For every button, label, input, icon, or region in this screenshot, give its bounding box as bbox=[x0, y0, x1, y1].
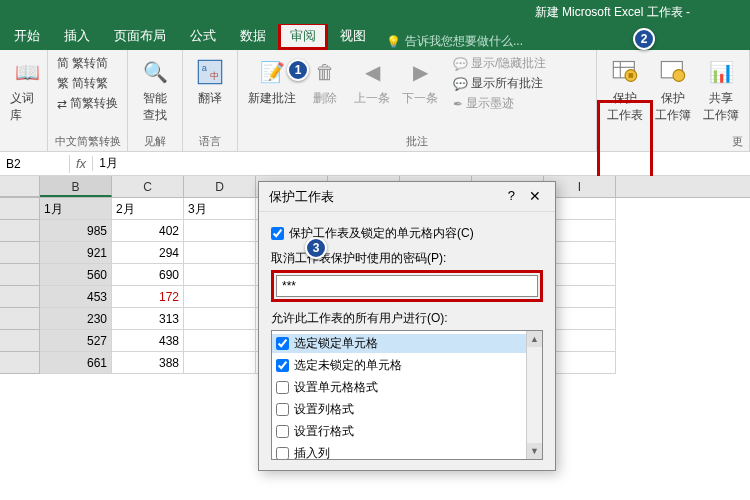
listbox-scrollbar[interactable]: ▲ ▼ bbox=[526, 331, 542, 459]
permissions-listbox[interactable]: 选定锁定单元格选定未锁定的单元格设置单元格格式设置列格式设置行格式插入列插入行插… bbox=[271, 330, 543, 460]
password-input[interactable] bbox=[276, 275, 538, 297]
row-header[interactable] bbox=[0, 352, 40, 374]
show-hide-comments-button[interactable]: 💬显示/隐藏批注 bbox=[450, 54, 549, 73]
delete-comment-button[interactable]: 🗑删除 bbox=[304, 54, 346, 132]
cell[interactable]: 3月 bbox=[184, 198, 256, 220]
svg-point-9 bbox=[673, 70, 685, 82]
tab-view[interactable]: 视图 bbox=[328, 22, 378, 50]
tab-layout[interactable]: 页面布局 bbox=[102, 22, 178, 50]
cell[interactable]: 438 bbox=[112, 330, 184, 352]
delete-icon: 🗑 bbox=[309, 56, 341, 88]
all-icon: 💬 bbox=[453, 77, 468, 91]
scroll-up-icon[interactable]: ▲ bbox=[527, 331, 542, 347]
svg-text:a: a bbox=[202, 63, 208, 73]
callout-2: 2 bbox=[633, 28, 655, 50]
row-header[interactable] bbox=[0, 220, 40, 242]
callout-1: 1 bbox=[287, 59, 309, 81]
trad-to-simp-button[interactable]: 简繁转简 bbox=[54, 54, 121, 73]
cell[interactable]: 560 bbox=[40, 264, 112, 286]
cell[interactable]: 661 bbox=[40, 352, 112, 374]
tab-insert[interactable]: 插入 bbox=[52, 22, 102, 50]
col-header-b[interactable]: B bbox=[40, 176, 112, 197]
toggle-icon: 💬 bbox=[453, 57, 468, 71]
share-workbook-button[interactable]: 📊共享 工作簿 bbox=[699, 54, 743, 132]
scroll-down-icon[interactable]: ▼ bbox=[527, 443, 542, 459]
tab-review[interactable]: 审阅 bbox=[278, 22, 328, 50]
cell[interactable]: 1月 bbox=[40, 198, 112, 220]
protect-book-icon bbox=[657, 56, 689, 88]
row-header[interactable] bbox=[0, 308, 40, 330]
show-ink-button[interactable]: ✒显示墨迹 bbox=[450, 94, 549, 113]
permission-option[interactable]: 选定锁定单元格 bbox=[272, 334, 542, 353]
prev-icon: ◀ bbox=[356, 56, 388, 88]
cell[interactable] bbox=[184, 330, 256, 352]
cell[interactable]: 985 bbox=[40, 220, 112, 242]
protect-sheet-dialog: 保护工作表 ? ✕ 保护工作表及锁定的单元格内容(C) 取消工作表保护时使用的密… bbox=[258, 181, 556, 471]
show-all-comments-button[interactable]: 💬显示所有批注 bbox=[450, 74, 549, 93]
bulb-icon: 💡 bbox=[386, 35, 401, 49]
svg-text:中: 中 bbox=[210, 71, 219, 81]
cell[interactable] bbox=[184, 308, 256, 330]
row-header[interactable] bbox=[0, 286, 40, 308]
cell[interactable]: 527 bbox=[40, 330, 112, 352]
row-header[interactable] bbox=[0, 198, 40, 220]
tab-data[interactable]: 数据 bbox=[228, 22, 278, 50]
prev-comment-button[interactable]: ◀上一条 bbox=[350, 54, 394, 132]
dialog-titlebar[interactable]: 保护工作表 ? ✕ bbox=[259, 182, 555, 212]
next-comment-button[interactable]: ▶下一条 bbox=[398, 54, 442, 132]
next-icon: ▶ bbox=[404, 56, 436, 88]
allow-label: 允许此工作表的所有用户进行(O): bbox=[271, 310, 543, 327]
app-title: 新建 Microsoft Excel 工作表 - bbox=[535, 4, 690, 21]
col-header-d[interactable]: D bbox=[184, 176, 256, 197]
close-button[interactable]: ✕ bbox=[521, 186, 549, 206]
row-header[interactable] bbox=[0, 242, 40, 264]
tab-start[interactable]: 开始 bbox=[2, 22, 52, 50]
smart-lookup-button[interactable]: 🔍智能 查找 bbox=[134, 54, 176, 132]
cell[interactable]: 230 bbox=[40, 308, 112, 330]
translate-icon: a中 bbox=[194, 56, 226, 88]
permission-option[interactable]: 插入列 bbox=[272, 444, 542, 460]
tell-me-search[interactable]: 💡 告诉我您想要做什么... bbox=[386, 33, 523, 50]
cell[interactable]: 402 bbox=[112, 220, 184, 242]
thesaurus-button[interactable]: 📖义词库 bbox=[6, 54, 48, 147]
fx-icon[interactable]: fx bbox=[70, 156, 93, 171]
protect-workbook-button[interactable]: 保护 工作簿 bbox=[651, 54, 695, 132]
cell[interactable] bbox=[184, 286, 256, 308]
group-insights: 见解 bbox=[134, 132, 176, 149]
simp-icon: 简 bbox=[57, 55, 69, 72]
cell[interactable]: 2月 bbox=[112, 198, 184, 220]
col-header-c[interactable]: C bbox=[112, 176, 184, 197]
highlight-protect-sheet bbox=[597, 100, 653, 188]
permission-option[interactable]: 设置单元格格式 bbox=[272, 378, 542, 397]
cell[interactable] bbox=[184, 352, 256, 374]
simp-to-trad-button[interactable]: 繁简转繁 bbox=[54, 74, 121, 93]
name-box[interactable]: B2 bbox=[0, 155, 70, 173]
cell[interactable]: 921 bbox=[40, 242, 112, 264]
share-icon: 📊 bbox=[705, 56, 737, 88]
tab-formula[interactable]: 公式 bbox=[178, 22, 228, 50]
cell[interactable] bbox=[184, 220, 256, 242]
search-icon: 🔍 bbox=[139, 56, 171, 88]
dialog-title: 保护工作表 bbox=[269, 188, 334, 206]
cell[interactable]: 453 bbox=[40, 286, 112, 308]
group-language: 语言 bbox=[189, 132, 231, 149]
cell[interactable] bbox=[184, 264, 256, 286]
cell[interactable]: 388 bbox=[112, 352, 184, 374]
permission-option[interactable]: 设置行格式 bbox=[272, 422, 542, 441]
cell[interactable]: 294 bbox=[112, 242, 184, 264]
cell[interactable]: 172 bbox=[112, 286, 184, 308]
select-all-corner[interactable] bbox=[0, 176, 40, 197]
permission-option[interactable]: 设置列格式 bbox=[272, 400, 542, 419]
cell[interactable]: 690 bbox=[112, 264, 184, 286]
convert-icon: ⇄ bbox=[57, 97, 67, 111]
row-header[interactable] bbox=[0, 264, 40, 286]
help-button[interactable]: ? bbox=[508, 188, 515, 203]
convert-button[interactable]: ⇄简繁转换 bbox=[54, 94, 121, 113]
row-header[interactable] bbox=[0, 330, 40, 352]
permission-option[interactable]: 选定未锁定的单元格 bbox=[272, 356, 542, 375]
translate-button[interactable]: a中翻译 bbox=[189, 54, 231, 132]
cell[interactable]: 313 bbox=[112, 308, 184, 330]
group-comments: 批注 bbox=[244, 132, 590, 149]
cell[interactable] bbox=[184, 242, 256, 264]
ribbon: 📖义词库 简繁转简 繁简转繁 ⇄简繁转换 中文简繁转换 🔍智能 查找 见解 a中… bbox=[0, 50, 750, 152]
